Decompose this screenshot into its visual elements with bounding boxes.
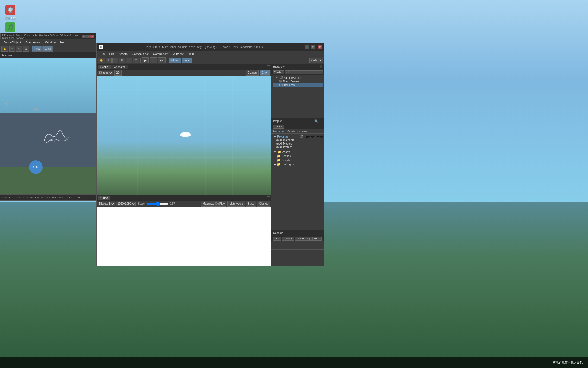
console-panel-label: Console — [273, 232, 283, 235]
tool-transform[interactable]: ⊡ — [133, 58, 139, 63]
project-search-btn[interactable]: 🔍 — [314, 119, 318, 123]
favorites-header-item[interactable]: ▼ Favorites — [273, 135, 295, 138]
scene-tab[interactable]: Scene — [98, 65, 111, 69]
hierarchy-item-main-camera[interactable]: 📷 Main Camera — [273, 80, 323, 83]
scene-crosshair: ✛ — [34, 106, 39, 113]
step-button[interactable]: ⏭ — [158, 57, 166, 63]
bg-tool-rotate[interactable]: ↻ — [16, 46, 22, 52]
unity-minimize-button[interactable]: ─ — [305, 45, 309, 49]
scene-panel-menu[interactable]: ☰ — [267, 65, 270, 69]
bg-tool-scale[interactable]: ⊞ — [23, 46, 29, 52]
tool-rect[interactable]: ▭ — [126, 58, 132, 63]
menu-component[interactable]: Component — [151, 52, 170, 56]
menu-window[interactable]: Window — [170, 52, 185, 56]
samplescene-file[interactable]: 🎬 SampleScene — [298, 135, 323, 139]
scene-gizmos-button[interactable]: Gizmos — [246, 70, 259, 76]
bg-status-stats[interactable]: Stats — [66, 196, 72, 199]
display-dropdown[interactable]: Display 1 — [98, 202, 115, 206]
hierarchy-search-input[interactable] — [285, 70, 323, 74]
svg-point-2 — [184, 132, 190, 136]
game-tab[interactable]: Game — [98, 196, 110, 200]
blue-timer-circle: 00:00 — [29, 160, 43, 174]
breadcrumb-sep1: › — [285, 130, 286, 133]
breadcrumb-scenes[interactable]: Scenes — [299, 130, 308, 133]
object-icon: ⬡ — [279, 83, 282, 86]
project-menu-btn[interactable]: ☰ — [320, 119, 323, 123]
bg-menu-gameobject[interactable]: GameObjject — [1, 40, 23, 45]
scale-slider[interactable] — [147, 202, 169, 205]
bg-menu-component[interactable]: Component — [23, 40, 43, 45]
bg-status-res: 48x1280 — [2, 196, 11, 199]
bg-pivot-btn[interactable]: Pivot — [32, 46, 42, 52]
fav-all-prefabs[interactable]: All Prefabs — [273, 145, 295, 149]
stats-button[interactable]: Stats — [246, 201, 256, 207]
console-error-button[interactable]: Erro... — [312, 237, 322, 241]
bg-local-btn[interactable]: Local — [42, 46, 53, 52]
bg-status-gizmos[interactable]: Gizmos — [74, 196, 83, 199]
bg-tool-hand[interactable]: ✋ — [1, 46, 8, 52]
editor-content: Scene Animator ☰ Shaded 2D Gizmos Cr:All — [97, 64, 324, 266]
menu-edit[interactable]: Edit — [107, 52, 116, 56]
favorites-arrow: ▼ — [274, 135, 276, 138]
tool-move[interactable]: ✛ — [106, 58, 112, 63]
bg-status-mute[interactable]: Mute Audio — [52, 196, 64, 199]
bg-tool-move[interactable]: ✛ — [9, 46, 15, 52]
project-header: Project 🔍 ☰ — [271, 118, 324, 124]
bg-maximize-button[interactable]: □ — [86, 35, 90, 38]
unity-maximize-button[interactable]: □ — [311, 45, 315, 49]
bg-statusbar: 48x1280 | Scale 0.33 Maximize On Play Mu… — [0, 194, 96, 200]
menu-help[interactable]: Help — [185, 52, 196, 56]
tool-scale[interactable]: ⊞ — [119, 58, 125, 63]
assets-arrow: ▼ — [274, 151, 276, 154]
fav-all-materials[interactable]: All Materials — [273, 138, 295, 142]
animator-tab[interactable]: Animator — [111, 65, 128, 69]
resolution-dropdown[interactable]: 1920x1080 — [116, 202, 136, 206]
packages-item[interactable]: ▶ 📁 Packages — [273, 162, 296, 166]
unity-close-button[interactable]: ✕ — [318, 45, 322, 49]
game-panel-tabs: Game ☰ — [97, 195, 271, 201]
mute-audio-button[interactable]: Mute Audio — [227, 201, 245, 207]
maximize-on-play-button[interactable]: Maximize On Play — [201, 201, 227, 207]
bg-menu-window[interactable]: Window — [43, 40, 58, 45]
bg-close-button[interactable]: ✕ — [90, 35, 94, 38]
hierarchy-menu-btn[interactable]: ☰ — [320, 65, 323, 69]
breadcrumb-assets[interactable]: Assets — [287, 130, 295, 133]
play-button[interactable]: ▶ — [142, 57, 149, 63]
scale-label: Scale — [138, 202, 145, 205]
hierarchy-item-samplescene[interactable]: ▼ 🎬 SampleScene — [273, 76, 323, 80]
console-clear-button[interactable]: Clear — [273, 237, 281, 241]
game-gizmos-button[interactable]: Gizmos — [257, 201, 270, 207]
console-toolbar: Clear Collapse Clear on Play Erro... — [271, 236, 324, 241]
menu-assets[interactable]: Assets — [116, 52, 130, 56]
breadcrumb-favorites[interactable]: Favorites — [273, 130, 284, 133]
menu-gameobject[interactable]: GameObject — [130, 52, 151, 56]
background-unity-window: 2 Personal - SampleScene.unity · QianMin… — [0, 33, 96, 201]
scene-toolbar: Shaded 2D Gizmos Cr:All — [97, 70, 271, 76]
hierarchy-create-btn[interactable]: Create▾ — [273, 70, 284, 74]
assets-scripts-item[interactable]: 📁 Scripts — [273, 158, 296, 162]
bg-status-maximize[interactable]: Maximize On Play — [30, 196, 50, 199]
tool-rotate[interactable]: ↻ — [112, 58, 118, 63]
collab-button[interactable]: Collab ▾ — [309, 58, 323, 63]
assets-root-item[interactable]: ▼ 📁 Assets — [273, 150, 296, 154]
scene-2d-button[interactable]: 2D — [114, 70, 122, 76]
menu-file[interactable]: File — [98, 52, 107, 56]
game-panel-menu[interactable]: ☰ — [267, 196, 270, 200]
pause-button[interactable]: ⏸ — [150, 57, 157, 63]
fav-all-models[interactable]: All Models — [273, 142, 295, 145]
assets-scenes-item[interactable]: 📁 Scenes — [273, 154, 296, 158]
bg-minimize-button[interactable]: ─ — [82, 35, 86, 38]
project-create-btn[interactable]: Create▾ — [273, 125, 284, 129]
bg-menu-help[interactable]: Help — [58, 40, 68, 45]
tool-hand[interactable]: ✋ — [98, 58, 105, 63]
pivot-button[interactable]: ⊕ Pivot — [169, 58, 181, 63]
console-clear-on-play-button[interactable]: Clear on Play — [295, 237, 312, 241]
local-button[interactable]: Local — [182, 58, 192, 63]
shading-dropdown[interactable]: Shaded — [98, 71, 113, 75]
console-log-area — [271, 241, 324, 249]
console-menu-btn[interactable]: ☰ — [320, 231, 323, 235]
scene-cr-button[interactable]: Cr:All — [260, 70, 270, 76]
hierarchy-item-lineparent[interactable]: ⬡ LineParent — [273, 83, 323, 87]
desktop-icon-shield[interactable]: 🛡️ 安全卫士 — [2, 5, 18, 20]
console-collapse-button[interactable]: Collapse — [282, 237, 294, 241]
